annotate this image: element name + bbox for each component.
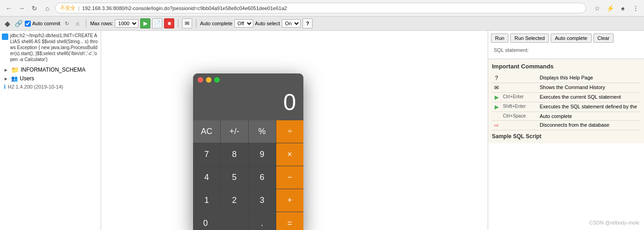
max-rows-select[interactable]: 1000 500 100: [115, 19, 138, 28]
calc-btn-multiply[interactable]: ×: [276, 143, 303, 166]
connection-text: jdbc:h2:~/tmp/h2-db/test1;INIT=CREATE AL…: [10, 33, 99, 62]
help-row-1: ✉ Shows the Command History: [492, 83, 640, 93]
help-shortcut-2: Ctrl+Enter: [501, 93, 538, 102]
calc-btn-add[interactable]: +: [276, 189, 303, 212]
help-desc-3: Executes the SQL statement defined by th…: [538, 102, 640, 112]
calc-maximize-dot[interactable]: [214, 77, 220, 83]
help-shortcut-0: [501, 73, 538, 83]
stop-icon-btn[interactable]: ■: [164, 18, 174, 28]
calc-btn-4[interactable]: 4: [193, 166, 220, 189]
calc-btn-percent[interactable]: %: [249, 120, 276, 143]
bookmark-icon[interactable]: ☆: [593, 4, 602, 13]
calc-minimize-dot[interactable]: [206, 77, 211, 83]
browser-chrome: ← → ↻ ⌂ 不安全 | 192.168.3.36:8080/h2-conso…: [0, 0, 644, 17]
auto-commit-checkbox[interactable]: [25, 21, 31, 27]
sample-title: Sample SQL Script: [492, 130, 640, 140]
calc-btn-divide[interactable]: ÷: [276, 120, 303, 143]
calc-buttons: AC +/- % ÷ 7 8 9 × 4 5 6 − 1 2 3 + 0 . =: [193, 120, 303, 230]
run-icon-btn[interactable]: ▶: [140, 18, 150, 28]
calc-display: 0: [193, 86, 303, 120]
account-icon[interactable]: ♠: [618, 4, 627, 13]
connect-icon[interactable]: 🔗: [14, 19, 23, 28]
calc-btn-9[interactable]: 9: [249, 143, 276, 166]
address-bar[interactable]: 不安全 | 192.168.3.36:8080/h2-console/login…: [55, 3, 586, 13]
tree-item-information-schema[interactable]: ► 📁 INFORMATION_SCHEMA: [2, 65, 99, 74]
auto-complete-label: Auto complete: [200, 21, 232, 26]
menu-icon[interactable]: ⋮: [631, 4, 640, 13]
help-desc-0: Displays this Help Page: [538, 73, 640, 83]
help-toolbar-btn[interactable]: ?: [302, 18, 313, 28]
auto-select-select[interactable]: On Off: [282, 19, 301, 28]
help-icon-3: ▶: [495, 104, 499, 110]
help-shortcut-3: Shift+Enter: [501, 102, 538, 112]
forward-button[interactable]: →: [17, 3, 27, 13]
action-panel: Run Run Selected Auto complete Clear SQL…: [488, 31, 644, 230]
version-info: ℹ H2 1.4.200 (2019-10-14): [2, 83, 99, 91]
address-separator: |: [78, 6, 80, 11]
calc-btn-2[interactable]: 2: [221, 189, 248, 212]
back-button[interactable]: ←: [4, 3, 14, 13]
calc-btn-5[interactable]: 5: [221, 166, 248, 189]
calc-btn-7[interactable]: 7: [193, 143, 220, 166]
calculator-overlay: 0 AC +/- % ÷ 7 8 9 × 4 5 6 − 1 2 3 + 0 .…: [193, 73, 303, 230]
main-layout: jdbc:h2:~/tmp/h2-db/test1;INIT=CREATE AL…: [0, 31, 644, 230]
auto-commit-label[interactable]: Auto commit: [25, 21, 60, 27]
clear-button[interactable]: Clear: [593, 34, 614, 43]
home-button[interactable]: ⌂: [42, 3, 52, 13]
help-table: ? Displays this Help Page ✉ Shows the Co…: [492, 73, 640, 130]
run-selected-button[interactable]: Run Selected: [510, 34, 549, 43]
address-text: 192.168.3.36:8080/h2-console/login.do?js…: [82, 6, 581, 11]
help-icon-0: ?: [495, 75, 498, 81]
connection-item[interactable]: jdbc:h2:~/tmp/h2-db/test1;INIT=CREATE AL…: [2, 33, 99, 62]
nav-icons: ☆ ⚡ ♠ ⋮: [593, 4, 640, 13]
tree-label-users: Users: [20, 75, 34, 82]
expand-icon-users: ►: [4, 76, 9, 81]
separator-2: [178, 19, 178, 28]
calc-close-dot[interactable]: [198, 77, 203, 83]
calc-btn-8[interactable]: 8: [221, 143, 248, 166]
calc-btn-0[interactable]: 0: [193, 212, 248, 230]
tree-label-information-schema: INFORMATION_SCHEMA: [21, 67, 85, 73]
calc-btn-3[interactable]: 3: [249, 189, 276, 212]
reload-button[interactable]: ↻: [29, 3, 40, 13]
calc-titlebar: [193, 73, 303, 86]
auto-complete-select[interactable]: Off On: [234, 19, 253, 28]
nav-bar: ← → ↻ ⌂ 不安全 | 192.168.3.36:8080/h2-conso…: [0, 0, 644, 16]
expand-icon: ►: [4, 67, 9, 73]
calc-btn-ac[interactable]: AC: [193, 120, 220, 143]
version-icon: ℹ: [4, 84, 6, 90]
auto-complete-button[interactable]: Auto complete: [551, 34, 591, 43]
auto-select-label: Auto select: [255, 21, 280, 26]
run-button[interactable]: Run: [491, 34, 508, 43]
help-title: Important Commands: [492, 63, 640, 70]
disconnect-icon-btn[interactable]: ✉: [182, 18, 192, 28]
calc-btn-decimal[interactable]: .: [249, 212, 276, 230]
history-icon-btn[interactable]: 📄: [152, 18, 162, 28]
toolbar-icon-1[interactable]: ↻: [62, 19, 71, 28]
users-icon: 👥: [11, 75, 18, 82]
app-logo: ◆: [3, 19, 12, 28]
calc-btn-equals[interactable]: =: [276, 212, 303, 230]
version-text: H2 1.4.200 (2019-10-14): [8, 84, 63, 90]
help-icon-2: ▶: [495, 94, 499, 101]
app-toolbar: ◆ 🔗 Auto commit ↻ ⎌ Max rows: 1000 500 1…: [0, 17, 644, 31]
calc-btn-1[interactable]: 1: [193, 189, 220, 212]
left-panel: jdbc:h2:~/tmp/h2-db/test1;INIT=CREATE AL…: [0, 31, 101, 230]
help-shortcut-4: Ctrl+Space: [501, 112, 538, 121]
extensions-icon[interactable]: ⚡: [605, 4, 615, 13]
tree-item-users[interactable]: ► 👥 Users: [2, 74, 99, 83]
help-row-4: Ctrl+Space Auto complete: [492, 112, 640, 121]
separator-3: [196, 19, 196, 28]
security-warning: 不安全: [60, 5, 75, 11]
help-row-2: ▶ Ctrl+Enter Executes the current SQL st…: [492, 93, 640, 102]
calc-btn-subtract[interactable]: −: [276, 166, 303, 189]
sql-label: SQL statement:: [491, 45, 531, 56]
help-row-0: ? Displays this Help Page: [492, 73, 640, 83]
help-shortcut-1: [501, 83, 538, 93]
toolbar-icon-2[interactable]: ⎌: [73, 19, 82, 28]
help-shortcut-5: [501, 121, 538, 130]
calc-btn-6[interactable]: 6: [249, 166, 276, 189]
max-rows-label: Max rows:: [90, 21, 113, 26]
editor-area: Run Run Selected Auto complete Clear SQL…: [101, 31, 644, 230]
calc-btn-sign[interactable]: +/-: [221, 120, 248, 143]
